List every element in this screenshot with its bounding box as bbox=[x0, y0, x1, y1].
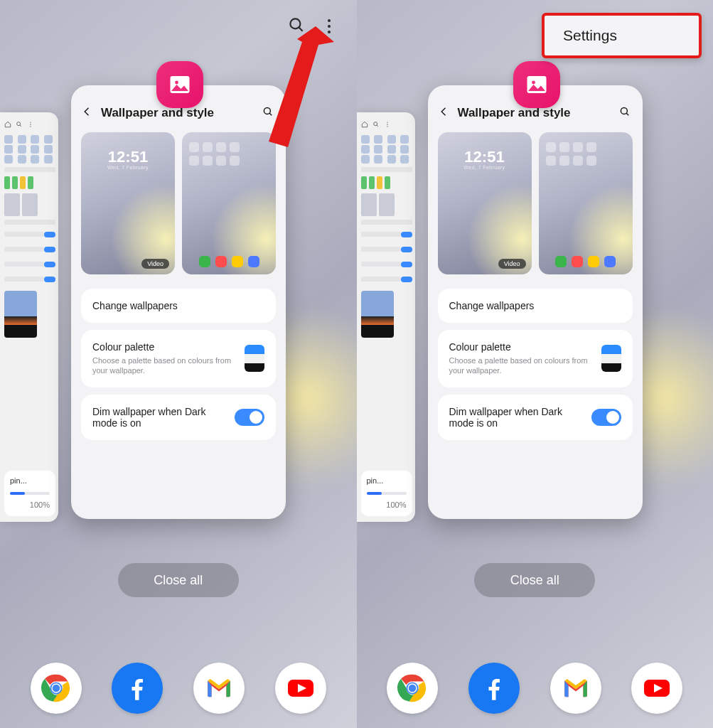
close-all-button[interactable]: Close all bbox=[474, 563, 595, 597]
sliver-toolbar bbox=[361, 121, 412, 128]
card-title: Wallpaper and style bbox=[101, 106, 214, 120]
dock-gmail[interactable] bbox=[550, 663, 601, 714]
chrome-icon bbox=[40, 672, 73, 705]
homescreen-preview[interactable] bbox=[539, 132, 633, 274]
lock-date: Wed, 7 February bbox=[81, 165, 175, 170]
dim-toggle[interactable] bbox=[591, 409, 621, 426]
svg-point-0 bbox=[290, 18, 300, 28]
lockscreen-preview[interactable]: 12:51 Wed, 7 February Video bbox=[81, 132, 175, 274]
dock-gmail[interactable] bbox=[193, 663, 245, 714]
lock-clock: 12:51 bbox=[438, 148, 532, 166]
picture-icon bbox=[167, 72, 193, 97]
close-all-label: Close all bbox=[510, 573, 559, 588]
dock bbox=[0, 663, 357, 714]
dim-wallpaper-row[interactable]: Dim wallpaper when Dark mode is on bbox=[81, 395, 276, 440]
palette-swatch bbox=[601, 345, 621, 372]
search-icon[interactable] bbox=[618, 105, 631, 121]
colour-palette-desc: Choose a palette based on colours from y… bbox=[449, 355, 593, 376]
sliver-toolbar bbox=[4, 121, 55, 128]
search-icon bbox=[16, 121, 23, 128]
lock-clock: 12:51 bbox=[81, 148, 175, 166]
colour-palette-title: Colour palette bbox=[92, 341, 236, 353]
sliver-thumbs bbox=[4, 193, 55, 216]
sliver-percent: 100% bbox=[367, 500, 407, 509]
two-phone-stage: pin... 100% Wallpaper and style 12:51 We… bbox=[0, 0, 713, 728]
palette-swatch bbox=[245, 345, 264, 372]
sliver-toggle-row bbox=[4, 228, 55, 240]
dock-chrome[interactable] bbox=[387, 663, 438, 714]
sliver-photo bbox=[4, 291, 37, 338]
facebook-icon bbox=[123, 674, 151, 702]
dock-facebook[interactable] bbox=[468, 663, 520, 714]
svg-point-22 bbox=[387, 126, 387, 127]
svg-point-7 bbox=[30, 126, 31, 127]
dock-facebook[interactable] bbox=[112, 663, 163, 714]
change-wallpapers-label: Change wallpapers bbox=[449, 300, 621, 311]
svg-point-6 bbox=[30, 124, 31, 124]
svg-point-21 bbox=[387, 124, 387, 124]
svg-line-19 bbox=[376, 125, 377, 127]
back-icon[interactable] bbox=[81, 105, 94, 121]
change-wallpapers-row[interactable]: Change wallpapers bbox=[438, 289, 633, 323]
svg-point-24 bbox=[532, 81, 535, 85]
close-all-button[interactable]: Close all bbox=[118, 563, 239, 597]
svg-point-20 bbox=[387, 122, 387, 122]
colour-palette-title: Colour palette bbox=[449, 341, 593, 353]
chrome-icon bbox=[396, 672, 429, 705]
more-options-icon[interactable] bbox=[323, 19, 336, 33]
svg-line-11 bbox=[269, 113, 272, 115]
wallpaper-previews: 12:51 Wed, 7 February Video bbox=[71, 129, 286, 282]
change-wallpapers-row[interactable]: Change wallpapers bbox=[81, 289, 276, 323]
phone-right: Settings pin... 100% bbox=[357, 0, 714, 728]
search-icon bbox=[372, 121, 380, 128]
video-tag: Video bbox=[498, 259, 526, 269]
more-icon bbox=[384, 121, 391, 128]
card-title: Wallpaper and style bbox=[458, 106, 571, 120]
gmail-icon bbox=[204, 673, 234, 703]
dock-youtube[interactable] bbox=[275, 663, 326, 714]
sliver-caption: pin... bbox=[10, 476, 50, 485]
settings-popup-label: Settings bbox=[563, 27, 617, 44]
colour-palette-row[interactable]: Colour palette Choose a palette based on… bbox=[81, 330, 276, 387]
app-badge-gallery[interactable] bbox=[513, 61, 560, 108]
change-wallpapers-label: Change wallpapers bbox=[92, 300, 264, 311]
more-icon bbox=[27, 121, 34, 128]
colour-palette-row[interactable]: Colour palette Choose a palette based on… bbox=[438, 330, 633, 387]
settings-popup[interactable]: Settings bbox=[542, 13, 702, 58]
gmail-icon bbox=[561, 673, 591, 703]
sliver-percent: 100% bbox=[10, 500, 50, 509]
home-icon bbox=[4, 121, 11, 128]
home-icon bbox=[361, 121, 368, 128]
back-icon[interactable] bbox=[438, 105, 451, 121]
youtube-icon bbox=[284, 671, 318, 705]
previous-app-peek[interactable]: pin... 100% bbox=[357, 112, 415, 522]
recents-card-wallpaper[interactable]: Wallpaper and style 12:51 Wed, 7 Februar… bbox=[428, 85, 643, 519]
youtube-icon bbox=[640, 671, 674, 705]
phone-left: pin... 100% Wallpaper and style 12:51 We… bbox=[0, 0, 357, 728]
facebook-icon bbox=[480, 674, 508, 702]
sliver-caption: pin... bbox=[367, 476, 407, 485]
svg-line-1 bbox=[299, 27, 302, 31]
dim-wallpaper-label: Dim wallpaper when Dark mode is on bbox=[449, 406, 583, 429]
sliver-swatches bbox=[4, 176, 55, 189]
app-badge-gallery[interactable] bbox=[156, 61, 203, 108]
search-icon[interactable] bbox=[262, 105, 274, 121]
svg-line-26 bbox=[626, 113, 628, 115]
colour-palette-desc: Choose a palette based on colours from y… bbox=[92, 355, 236, 376]
lockscreen-preview[interactable]: 12:51 Wed, 7 February Video bbox=[438, 132, 532, 274]
dock bbox=[357, 663, 714, 714]
sliver-app-grid bbox=[4, 135, 55, 164]
search-icon[interactable] bbox=[287, 16, 306, 37]
dock-youtube[interactable] bbox=[631, 663, 682, 714]
dim-wallpaper-row[interactable]: Dim wallpaper when Dark mode is on bbox=[438, 395, 633, 440]
picture-icon bbox=[524, 72, 550, 97]
svg-point-9 bbox=[175, 81, 178, 85]
svg-line-4 bbox=[20, 125, 21, 127]
homescreen-preview[interactable] bbox=[182, 132, 276, 274]
dock-chrome[interactable] bbox=[31, 663, 82, 714]
dim-toggle[interactable] bbox=[235, 409, 264, 426]
close-all-label: Close all bbox=[154, 573, 203, 588]
previous-app-peek[interactable]: pin... 100% bbox=[0, 112, 58, 522]
lock-date: Wed, 7 February bbox=[438, 165, 532, 170]
recents-card-wallpaper[interactable]: Wallpaper and style 12:51 Wed, 7 Februar… bbox=[71, 85, 286, 519]
